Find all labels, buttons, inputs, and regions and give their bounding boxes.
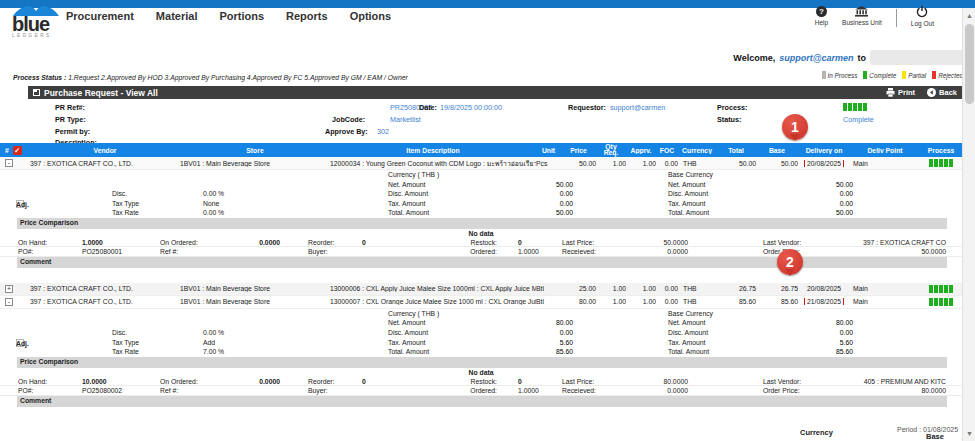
po-stats-row: PO#:PO25080002 Ref #: Buyer: Ordered:1.0… — [0, 386, 962, 395]
tax-amount-base: 0.00 — [753, 200, 853, 207]
header-actions: ? Help Business Unit Log Out — [815, 6, 934, 27]
restock-label: Restock: — [448, 239, 497, 246]
store-cell: 1BV01 : Main Beverage Store — [180, 298, 330, 305]
pr-info-section: PR Ref#: PR25080007 Date: 19/8/2025 00:0… — [0, 99, 962, 143]
tax-type-value: Add — [203, 339, 215, 346]
select-all-checkbox[interactable]: ✓ — [13, 146, 22, 155]
status-label: Status: — [717, 115, 741, 124]
back-button[interactable]: Back — [927, 88, 957, 97]
legend-in-process: In Process — [822, 71, 858, 79]
date-label: Date: — [404, 103, 437, 112]
process-status-label: Process Status : — [13, 74, 66, 81]
complete-swatch — [863, 71, 867, 79]
net-amount-thb: 50.00 — [473, 181, 573, 188]
adj-checkbox-row: Adj. — [16, 200, 24, 208]
tax-type-label: Tax Type — [112, 200, 139, 207]
blue-ledgers-logo: blue LEDGERS — [12, 3, 62, 38]
total-amount-base-label: Total. Amount — [668, 348, 709, 355]
po-number[interactable]: PO25080001 — [82, 248, 122, 255]
price-cell: 80.00 — [561, 298, 596, 305]
permit-by-label: Permit by: — [55, 127, 90, 136]
business-unit-label: Business Unit — [842, 19, 882, 26]
vendor-cell: 397 : EXOTICA CRAFT CO., LTD. — [30, 298, 180, 305]
row-process-bars — [929, 298, 953, 306]
apprv-cell: 1.00 — [626, 285, 656, 292]
business-unit-button[interactable]: Business Unit — [842, 6, 882, 26]
adj-label: Adj. — [16, 201, 29, 208]
nav-reports[interactable]: Reports — [286, 10, 328, 22]
item-cell: 12000034 : Young Green Coconut with CDM … — [330, 158, 536, 169]
pr-type-value[interactable]: Marketlist — [390, 115, 421, 124]
comment-bar: Comment — [17, 396, 947, 407]
net-amount-label: Net. Amount — [388, 319, 425, 326]
price-header: Price — [561, 147, 596, 154]
main-nav: Procurement Material Portions Reports Op… — [66, 10, 391, 22]
scroll-down-arrow[interactable]: ▼ — [963, 427, 975, 440]
delivery-date-highlighted: 20/08/2025 — [804, 160, 844, 167]
scroll-up-arrow[interactable]: ▲ — [963, 9, 975, 22]
total-amount-base: 50.00 — [753, 209, 853, 216]
base-cell: 85.60 — [756, 298, 798, 305]
tax-rate-label: Tax Rate — [112, 209, 139, 216]
approve-by-label: Approve By: — [325, 127, 368, 136]
unit-cell: Pcs — [536, 160, 561, 167]
status-value: Complete — [843, 115, 874, 124]
net-amount-base-label: Net. Amount — [668, 181, 705, 188]
nav-procurement[interactable]: Procurement — [66, 10, 134, 22]
requestor-value[interactable]: support@carmen — [610, 103, 665, 112]
nav-material[interactable]: Material — [156, 10, 198, 22]
received-label: Receieved: — [562, 248, 596, 255]
disc-label: Disc. — [112, 190, 127, 197]
on-hand-label: On Hand: — [18, 239, 47, 246]
collapse-row-icon[interactable]: - — [5, 159, 13, 167]
disc-amount-base-label: Disc. Amount — [668, 190, 708, 197]
scrollbar-thumb[interactable] — [965, 24, 974, 104]
store-header: Store — [180, 147, 330, 154]
tax-amount-base: 5.60 — [753, 339, 853, 346]
purchase-request-screen: blue LEDGERS Procurement Material Portio… — [0, 0, 975, 441]
restock-value: 0 — [518, 239, 522, 246]
welcome-user-link[interactable]: support@carmen — [779, 53, 853, 63]
po-number[interactable]: PO25080002 — [82, 387, 122, 394]
disc-amount-label: Disc. Amount — [388, 190, 428, 197]
total-amount-thb: 50.00 — [473, 209, 573, 216]
tax-amount-label: Tax. Amount — [388, 339, 425, 346]
reorder-value: 0 — [362, 378, 366, 385]
net-amount-base: 80.00 — [753, 319, 853, 326]
price-comparison-bar: Price Comparison — [17, 218, 947, 229]
ordered-label: Ordered: — [448, 387, 497, 394]
disc-amount-base-label: Disc. Amount — [668, 329, 708, 336]
on-hand-value: 10.0000 — [82, 378, 107, 385]
expand-row-icon[interactable]: + — [5, 285, 13, 293]
comment-bar: Comment — [17, 257, 947, 268]
ordered-value: 1.0000 — [518, 248, 539, 255]
collapse-row-icon[interactable]: - — [5, 298, 13, 306]
help-button[interactable]: ? Help — [815, 6, 828, 26]
nav-options[interactable]: Options — [350, 10, 392, 22]
reorder-label: Reorder: — [308, 239, 334, 246]
on-ordered-value: 0.0000 — [215, 239, 280, 246]
store-cell: 1BV01 : Main Beverage Store — [180, 285, 330, 292]
po-label: PO#: — [18, 387, 34, 394]
print-button[interactable]: Print — [886, 88, 915, 97]
welcome-bar: Welcome, support@carmen to — [733, 50, 965, 65]
base-currency-header: Base Currency — [668, 171, 713, 178]
po-label: PO#: — [18, 248, 34, 255]
po-stats-row: PO#:PO25080001 Ref #: Buyer: Ordered:1.0… — [0, 247, 962, 256]
logout-label: Log Out — [911, 20, 934, 27]
disc-label: Disc. — [112, 329, 127, 336]
printer-icon — [886, 88, 895, 97]
item-description-header: Item Description — [330, 147, 536, 154]
approve-by-value[interactable]: 302 — [377, 127, 389, 136]
logout-button[interactable]: Log Out — [911, 6, 934, 27]
vertical-scrollbar[interactable]: ▲ ▼ — [962, 8, 975, 441]
partial-swatch — [902, 71, 906, 79]
received-label: Receieved: — [562, 387, 596, 394]
nav-portions[interactable]: Portions — [219, 10, 264, 22]
price-cell: 50.00 — [561, 160, 596, 167]
vendor-cell: 397 : EXOTICA CRAFT CO., LTD. — [30, 285, 180, 292]
tax-amount-base-label: Tax. Amount — [668, 339, 705, 346]
help-icon: ? — [816, 6, 827, 17]
last-price-value: 50.0000 — [600, 239, 688, 246]
last-vendor-label: Last Vendor: — [763, 378, 801, 385]
